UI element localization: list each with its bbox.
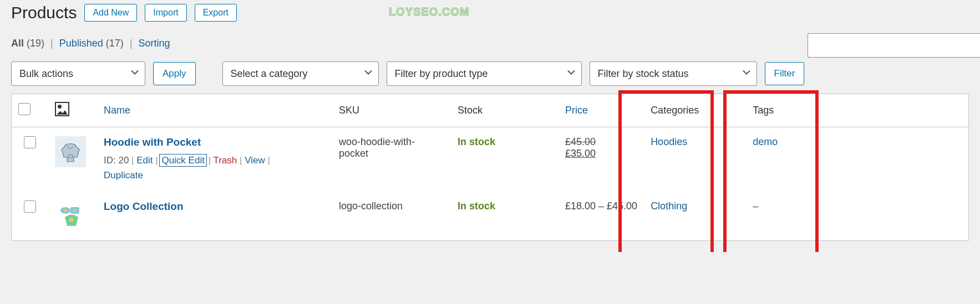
hoodie-icon [57,138,84,165]
filter-published-count: (17) [106,38,124,49]
product-title-link[interactable]: Hoodie with Pocket [104,136,201,148]
bulk-actions-select[interactable]: Bulk actions [11,61,145,86]
select-category[interactable]: Select a category [222,61,379,86]
price-new: £35.00 [565,148,596,159]
select-type-label: Filter by product type [395,68,488,80]
column-categories: Categories [644,94,746,127]
duplicate-link[interactable]: Duplicate [104,170,143,181]
select-product-type[interactable]: Filter by product type [387,61,582,86]
price-old: £45.00 [565,136,596,147]
select-stock-status[interactable]: Filter by stock status [590,61,757,86]
column-tags: Tags [746,94,826,127]
category-link[interactable]: Hoodies [651,136,687,147]
stock-status: In stock [458,200,495,212]
table-row: Logo Collection logo-collection In stock… [12,192,969,241]
row-checkbox[interactable] [24,136,36,148]
svg-point-3 [69,218,74,222]
table-row: Hoodie with Pocket ID: 20 | Edit | Quick… [12,127,969,192]
search-input[interactable] [808,33,980,58]
page-title: Products [11,3,77,22]
image-column-icon [55,102,69,116]
column-stock: Stock [451,94,558,127]
product-title-link[interactable]: Logo Collection [104,200,184,212]
export-button[interactable]: Export [195,4,237,22]
filter-published-link[interactable]: Published [59,38,103,49]
import-button[interactable]: Import [145,4,186,22]
chevron-down-icon [742,68,751,80]
logo-collection-icon [57,203,84,229]
stock-status: In stock [458,136,495,147]
quick-edit-link[interactable]: Quick Edit [160,155,205,166]
row-checkbox[interactable] [24,200,36,213]
apply-button[interactable]: Apply [153,62,196,85]
column-name[interactable]: Name [97,94,332,127]
product-thumbnail[interactable] [55,200,86,231]
svg-point-4 [64,209,67,212]
filter-button[interactable]: Filter [765,62,805,85]
chevron-down-icon [567,68,576,80]
add-new-button[interactable]: Add New [84,4,137,22]
select-category-label: Select a category [231,68,308,80]
bulk-actions-label: Bulk actions [19,68,73,80]
category-link[interactable]: Clothing [651,200,687,212]
product-thumbnail[interactable] [55,136,86,167]
select-all-checkbox[interactable] [18,103,31,115]
select-stock-label: Filter by stock status [598,68,689,80]
watermark-text: LOYSEO.COM [389,6,470,18]
filter-sorting-link[interactable]: Sorting [139,38,170,49]
column-price[interactable]: Price [558,94,644,127]
product-sku: logo-collection [332,192,451,241]
chevron-down-icon [130,68,139,80]
filter-all-count: (19) [27,38,44,49]
edit-link[interactable]: Edit [136,155,153,166]
trash-link[interactable]: Trash [213,155,237,166]
tag-link[interactable]: demo [753,136,778,147]
product-sku: woo-hoodie-with-pocket [332,127,451,192]
price-range: £18.00 – £45.00 [558,192,644,241]
filter-all-label[interactable]: All [11,38,24,49]
products-table: Name SKU Stock Price Categories Tags [11,94,969,241]
chevron-down-icon [364,68,373,80]
column-sku: SKU [332,94,451,127]
svg-point-5 [73,209,77,212]
view-link[interactable]: View [245,155,265,166]
tag-empty: – [753,200,758,212]
row-actions: ID: 20 | Edit | Quick Edit | Trash | Vie… [104,153,326,183]
product-id-label: ID: 20 [104,155,129,166]
